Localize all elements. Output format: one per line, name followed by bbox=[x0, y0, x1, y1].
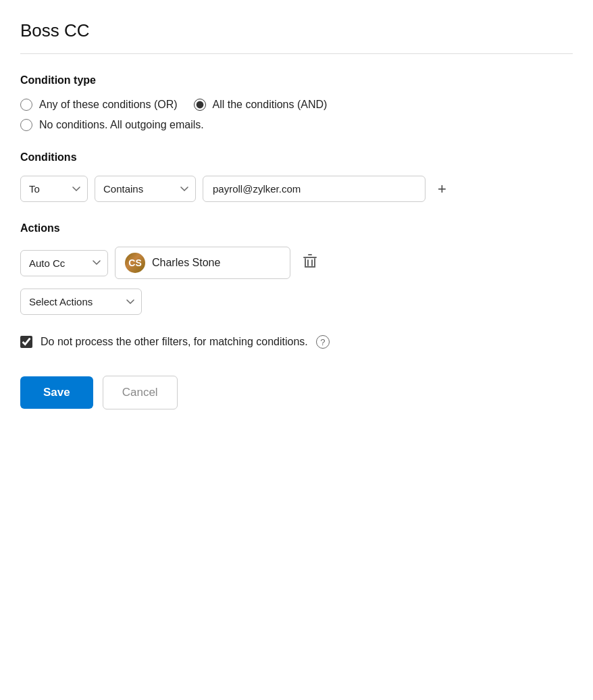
radio-and-input[interactable] bbox=[194, 99, 206, 111]
radio-or[interactable]: Any of these conditions (OR) bbox=[20, 99, 178, 111]
no-process-checkbox[interactable] bbox=[20, 336, 32, 348]
checkbox-label: Do not process the other filters, for ma… bbox=[41, 336, 308, 348]
actions-label: Actions bbox=[20, 222, 573, 234]
condition-type-section: Condition type Any of these conditions (… bbox=[20, 74, 573, 131]
svg-rect-1 bbox=[308, 254, 312, 255]
select-actions-dropdown[interactable]: Select Actions Auto Cc Auto Bcc Forward … bbox=[20, 289, 142, 315]
delete-action-button[interactable] bbox=[297, 249, 323, 277]
person-tag: CS Charles Stone bbox=[115, 247, 290, 279]
action-type-select[interactable]: Auto Cc Auto Bcc Forward bbox=[20, 250, 108, 276]
svg-rect-5 bbox=[307, 259, 309, 266]
svg-rect-6 bbox=[311, 259, 313, 266]
svg-rect-4 bbox=[305, 266, 315, 268]
radio-row-bottom: No conditions. All outgoing emails. bbox=[20, 119, 573, 131]
add-condition-button[interactable]: + bbox=[432, 179, 452, 199]
svg-rect-2 bbox=[305, 258, 306, 268]
condition-type-label: Condition type bbox=[20, 74, 573, 86]
help-icon[interactable]: ? bbox=[316, 335, 330, 349]
radio-or-input[interactable] bbox=[20, 99, 32, 111]
value-input[interactable] bbox=[203, 176, 426, 202]
action-row: Auto Cc Auto Bcc Forward CS Charles Ston… bbox=[20, 247, 573, 279]
field-select[interactable]: To From Subject CC BCC bbox=[20, 176, 88, 202]
operator-select[interactable]: Contains Does not contain Is Is not bbox=[95, 176, 196, 202]
trash-icon bbox=[303, 253, 317, 270]
page-title: Boss CC bbox=[20, 20, 573, 54]
conditions-section: Conditions To From Subject CC BCC Contai… bbox=[20, 151, 573, 202]
checkbox-row: Do not process the other filters, for ma… bbox=[20, 335, 573, 349]
radio-group: Any of these conditions (OR) All the con… bbox=[20, 99, 573, 131]
radio-and[interactable]: All the conditions (AND) bbox=[194, 99, 328, 111]
cancel-button[interactable]: Cancel bbox=[103, 376, 178, 409]
svg-rect-0 bbox=[303, 257, 317, 258]
actions-section: Actions Auto Cc Auto Bcc Forward CS Char… bbox=[20, 222, 573, 315]
save-button[interactable]: Save bbox=[20, 376, 93, 409]
condition-row: To From Subject CC BCC Contains Does not… bbox=[20, 176, 573, 202]
button-row: Save Cancel bbox=[20, 376, 573, 409]
radio-or-label: Any of these conditions (OR) bbox=[39, 99, 178, 111]
radio-none-label: No conditions. All outgoing emails. bbox=[39, 119, 204, 131]
radio-and-label: All the conditions (AND) bbox=[213, 99, 328, 111]
radio-none-input[interactable] bbox=[20, 119, 32, 131]
svg-rect-3 bbox=[314, 258, 315, 268]
person-name: Charles Stone bbox=[152, 257, 220, 269]
select-actions-row: Select Actions Auto Cc Auto Bcc Forward … bbox=[20, 289, 573, 315]
avatar: CS bbox=[125, 253, 145, 273]
conditions-label: Conditions bbox=[20, 151, 573, 164]
radio-none[interactable]: No conditions. All outgoing emails. bbox=[20, 119, 204, 131]
radio-row-top: Any of these conditions (OR) All the con… bbox=[20, 99, 573, 111]
